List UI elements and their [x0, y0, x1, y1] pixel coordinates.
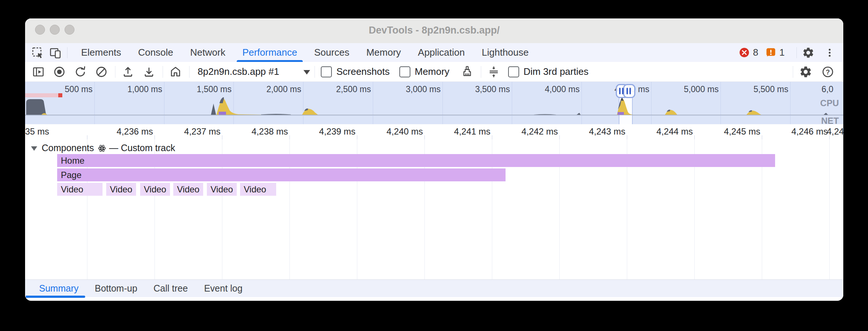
ruler-tick	[492, 135, 492, 139]
ruler-label: 35 ms	[25, 126, 41, 137]
capture-settings-gear-icon[interactable]	[799, 65, 812, 79]
ruler-tick	[222, 135, 222, 139]
screenshots-checkbox-label[interactable]: Screenshots	[336, 66, 390, 77]
ruler-tick	[559, 135, 560, 139]
ruler-tick	[694, 135, 695, 139]
window-title: DevTools - 8p2n9n.csb.app/	[25, 18, 843, 43]
track-bar-home[interactable]: Home	[57, 154, 775, 167]
atom-icon	[98, 144, 106, 153]
help-icon[interactable]: ?	[821, 65, 834, 79]
divider	[796, 47, 797, 58]
memory-checkbox[interactable]	[399, 66, 410, 77]
device-toolbar-icon[interactable]	[49, 46, 62, 59]
ruler-tick	[289, 135, 290, 139]
divider	[115, 66, 115, 78]
tab-elements[interactable]: Elements	[73, 43, 129, 62]
memory-checkbox-label[interactable]: Memory	[415, 66, 449, 77]
upload-profile-icon[interactable]	[121, 65, 135, 79]
tab-network[interactable]: Network	[182, 43, 234, 62]
divider	[189, 66, 190, 78]
grip-bar[interactable]	[629, 88, 631, 94]
grip-bar[interactable]	[619, 88, 621, 94]
details-tab-bottom-up[interactable]: Bottom-up	[87, 280, 145, 297]
track-bar-video[interactable]: Video	[106, 183, 136, 196]
ruler-label: 4,245 ms	[705, 126, 760, 137]
performance-toolbar: 8p2n9n.csb.app #1 Screenshots Memory Dim…	[25, 62, 843, 82]
panel-tabs: ElementsConsoleNetworkPerformanceSources…	[73, 43, 537, 62]
dim-3rd-parties-label[interactable]: Dim 3rd parties	[524, 66, 588, 77]
collapse-sections-icon[interactable]	[487, 65, 500, 79]
details-tab-event-log[interactable]: Event log	[196, 280, 250, 297]
ruler-tick	[627, 135, 627, 139]
grip-bar[interactable]	[626, 88, 628, 94]
divider	[67, 47, 67, 58]
tab-sources[interactable]: Sources	[306, 43, 358, 62]
components-track-header[interactable]: Components — Custom track	[31, 142, 175, 153]
tab-performance[interactable]: Performance	[234, 43, 306, 62]
screenshots-checkbox[interactable]	[321, 66, 332, 77]
tab-lighthouse[interactable]: Lighthouse	[473, 43, 537, 62]
divider	[793, 66, 793, 78]
title-bar: DevTools - 8p2n9n.csb.app/	[25, 18, 843, 43]
ruler-label: 4,237 ms	[165, 126, 221, 137]
ruler-tick	[762, 135, 762, 139]
timeline-overview[interactable]: CPU NET 500 ms1,000 ms1,500 ms2,000 ms2,…	[25, 82, 843, 125]
inspect-element-icon[interactable]	[31, 46, 44, 59]
reload-record-button[interactable]	[74, 65, 87, 79]
download-profile-icon[interactable]	[142, 65, 156, 79]
ruler-label: 4,238 ms	[233, 126, 288, 137]
track-bar-video[interactable]: Video	[240, 183, 276, 196]
clear-button[interactable]	[95, 65, 108, 79]
details-tab-bar: SummaryBottom-upCall treeEvent log	[25, 279, 843, 297]
disclosure-triangle-icon[interactable]	[31, 146, 37, 151]
track-title: Components	[42, 143, 94, 153]
panel-tab-bar: ElementsConsoleNetworkPerformanceSources…	[25, 43, 843, 62]
cpu-activity-chart	[25, 82, 843, 124]
divider	[481, 66, 481, 78]
ruler-tick	[424, 135, 425, 139]
track-bar-video[interactable]: Video	[140, 183, 170, 196]
ruler-tick	[357, 135, 357, 139]
grip-bar[interactable]	[622, 88, 624, 94]
devtools-window: DevTools - 8p2n9n.csb.app/ ElementsConso…	[25, 18, 843, 301]
divider	[163, 66, 163, 78]
ruler-label: 4,240 ms	[368, 126, 423, 137]
details-tab-call-tree[interactable]: Call tree	[145, 280, 196, 297]
tabbar-right-group: 8 1	[739, 46, 843, 59]
collect-garbage-icon[interactable]	[461, 65, 474, 79]
ruler-label: 4,239 ms	[300, 126, 355, 137]
track-gridline	[829, 139, 830, 279]
error-icon[interactable]	[739, 47, 750, 58]
details-tab-summary[interactable]: Summary	[31, 280, 87, 297]
warning-icon[interactable]	[765, 47, 777, 58]
divider	[315, 66, 315, 78]
tab-application[interactable]: Application	[409, 43, 473, 62]
track-bar-video[interactable]: Video	[207, 183, 237, 196]
ruler-label: 4,241 ms	[435, 126, 490, 137]
error-count[interactable]: 8	[753, 47, 758, 58]
record-button[interactable]	[53, 65, 66, 79]
tracks-area: Components — Custom track HomePageVideoV…	[25, 139, 843, 279]
tab-memory[interactable]: Memory	[358, 43, 409, 62]
ruler-label: 4,243 ms	[570, 126, 625, 137]
track-bar-video[interactable]: Video	[173, 183, 203, 196]
track-bar-page[interactable]: Page	[57, 168, 506, 181]
ruler-label: 4,244 ms	[638, 126, 693, 137]
ruler-label: 4,242 ms	[503, 126, 558, 137]
ruler-tick	[87, 135, 87, 139]
ruler-tick	[154, 135, 155, 139]
toggle-sidebar-icon[interactable]	[32, 65, 45, 79]
svg-text:?: ?	[826, 68, 830, 76]
warning-count[interactable]: 1	[780, 47, 785, 58]
home-icon[interactable]	[169, 65, 182, 79]
timeline-ruler: 35 ms4,236 ms4,237 ms4,238 ms4,239 ms4,2…	[25, 124, 843, 140]
ruler-tick	[829, 135, 830, 139]
target-selector[interactable]: 8p2n9n.csb.app #1	[198, 66, 279, 77]
ruler-label: 4,246 ms	[772, 126, 828, 137]
settings-gear-icon[interactable]	[802, 46, 815, 59]
tab-console[interactable]: Console	[129, 43, 181, 62]
track-bar-video[interactable]: Video	[57, 183, 103, 196]
kebab-menu-icon[interactable]	[824, 47, 835, 58]
chevron-down-icon[interactable]	[303, 70, 310, 75]
dim-3rd-parties-checkbox[interactable]	[508, 66, 519, 77]
